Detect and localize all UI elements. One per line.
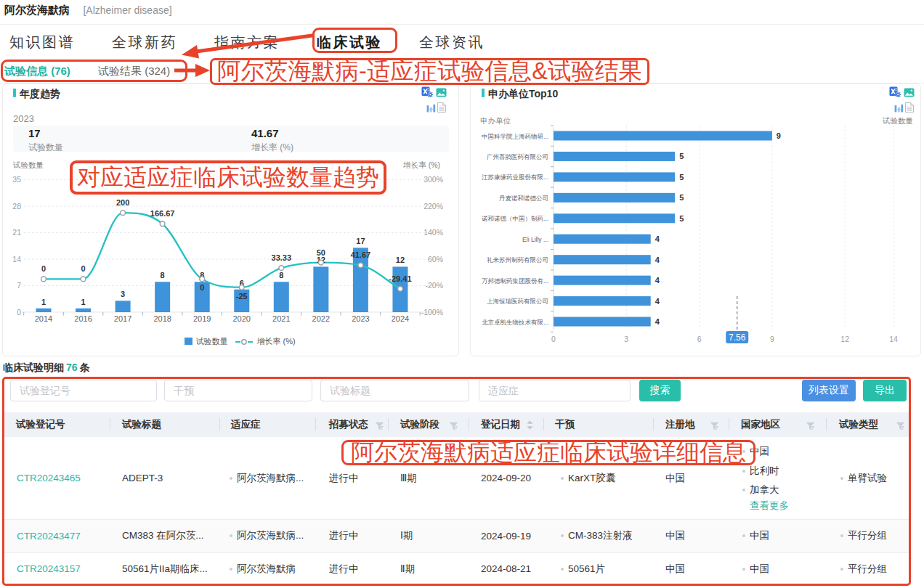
sponsor-x-tick: 6 [697,335,702,343]
export-button[interactable]: 导出 [863,380,907,401]
sponsor-category-label[interactable]: Eli Lilly ... [522,236,548,243]
row-divider [3,519,910,520]
bullet-dot [742,534,745,537]
trend-line-label: 50 [317,248,325,257]
trend-line-label: 33.33 [272,253,292,262]
subtab-trial-info[interactable]: 试验信息 (76) [4,65,70,78]
sponsor-bar[interactable] [554,276,651,285]
bullet-dot [230,477,232,480]
view-more-link[interactable]: 查看更多 [750,498,789,514]
report-icon[interactable] [437,102,446,115]
registration-date-cell: 2024-09-20 [481,437,531,519]
trend-bar-2014[interactable] [36,309,52,312]
tab-guidelines[interactable]: 指南方案 [214,33,280,52]
chart-settings-icon[interactable] [889,86,901,100]
trend-bar-label: 12 [396,256,405,264]
trend-bar-label: 1 [81,298,85,306]
search-button[interactable]: 搜索 [639,380,681,401]
list-settings-button[interactable]: 列表设置 [802,380,856,401]
sponsor-bar[interactable] [554,213,675,223]
indication-cell: 阿尔茨海默病 [230,552,296,585]
sponsor-bar[interactable] [554,172,675,181]
sponsor-bar[interactable] [554,152,675,161]
export-image-icon[interactable] [904,87,915,100]
tab-global-news[interactable]: 全球资讯 [419,33,485,52]
sort-icon[interactable] [527,420,533,430]
sponsor-category-label[interactable]: 万邦德制药集团股份有... [482,277,548,285]
trend-line-marker[interactable] [279,266,284,271]
filter-funnel-icon[interactable] [449,420,458,433]
column-separator [653,418,654,430]
export-image-icon[interactable] [436,87,447,100]
column-separator [110,418,110,430]
tab-knowledge-graph[interactable]: 知识图谱 [9,33,75,52]
sponsor-bar[interactable] [554,296,651,306]
sponsor-bar[interactable] [554,317,651,327]
country-region-item: 中国 [742,519,769,552]
trend-line-marker[interactable] [41,277,46,282]
bullet-dot [742,470,745,473]
column-separator [469,418,469,430]
sponsor-category-label[interactable]: 中国科学院上海药物研... [482,133,548,140]
country-region-item: 比利时 [742,463,779,479]
bar-chart-icon[interactable] [894,102,904,115]
filter-indication[interactable] [479,380,631,401]
sponsor-bar[interactable] [554,234,651,244]
tab-global-drugs[interactable]: 全球新药 [112,33,177,52]
column-separator [388,418,389,430]
trial-registration-link[interactable]: CTR20243157 [17,552,81,585]
sponsor-bar-label: 4 [655,256,660,264]
sponsor-bar[interactable] [554,131,772,141]
trend-line-marker[interactable] [239,285,244,290]
bar-chart-icon[interactable] [426,102,436,115]
sponsor-category-label[interactable]: 礼来苏州制药有限公司 [487,256,548,264]
trend-bar-2016[interactable] [76,309,91,312]
trend-line-label: 41.67 [351,250,371,259]
report-icon[interactable] [905,102,914,115]
sponsor-category-label[interactable]: 北京卓凯生物技术有限... [482,319,548,326]
trial-registration-link[interactable]: CTR20243477 [17,519,81,552]
trend-bar-label: 3 [121,290,125,298]
sponsor-bar[interactable] [554,193,675,203]
svg-text:14: 14 [12,255,21,264]
svg-text:0: 0 [17,308,21,317]
filter-trial-title[interactable] [320,380,469,401]
filter-funnel-icon[interactable] [806,420,815,433]
trend-bar-label: 17 [356,237,365,245]
sponsor-category-label[interactable]: 江苏康缘药业股份有限... [482,173,548,181]
trend-bar-2021[interactable] [274,282,289,312]
trend-bar-label: 8 [279,271,283,279]
filter-funnel-icon[interactable] [375,420,384,433]
sponsor-bar[interactable] [554,255,651,264]
sponsor-category-label[interactable]: 上海恒瑞医药有限公司 [487,298,548,305]
svg-text:35: 35 [12,175,21,184]
svg-text:7: 7 [17,281,21,290]
filter-registration-no[interactable] [10,380,157,401]
trend-line-label: 166.67 [150,209,175,218]
trend-line-marker[interactable] [81,277,86,282]
bullet-dot [840,477,843,480]
tab-clinical-trials[interactable]: 临床试验 [317,33,382,52]
page-subtitle: [Alzheimer disease] [83,4,171,16]
trial-registration-link[interactable]: CTR20243465 [17,437,81,519]
column-header-1: 试验登记号 [16,412,65,437]
trend-bar-2017[interactable] [115,301,131,312]
trend-line-marker[interactable] [398,286,403,291]
sponsor-category-label[interactable]: 诺和诺德（中国）制药... [482,215,548,222]
filter-funnel-icon[interactable] [710,420,719,433]
trend-line-marker[interactable] [160,221,165,226]
filter-intervention[interactable] [164,380,312,401]
trend-line-marker[interactable] [121,211,126,216]
trend-line-marker[interactable] [358,263,363,268]
table-row: CTR2024315750561片IIa期临床...阿尔茨海默病进行中Ⅱ期202… [3,552,910,585]
trend-bar-2022[interactable] [313,266,328,312]
chart-settings-icon[interactable] [421,86,433,100]
trend-line-marker[interactable] [318,260,323,265]
trend-bar-2018[interactable] [155,282,170,312]
trend-line-marker[interactable] [200,277,205,282]
svg-text:300%: 300% [423,175,443,184]
filter-funnel-icon[interactable] [896,420,905,433]
sponsor-category-label[interactable]: 广州喜鹊医药有限公司 [487,153,548,160]
sponsor-category-label[interactable]: 丹麦诺和诺德公司 [499,195,548,202]
subtab-trial-results[interactable]: 试验结果 (324) [98,65,170,78]
